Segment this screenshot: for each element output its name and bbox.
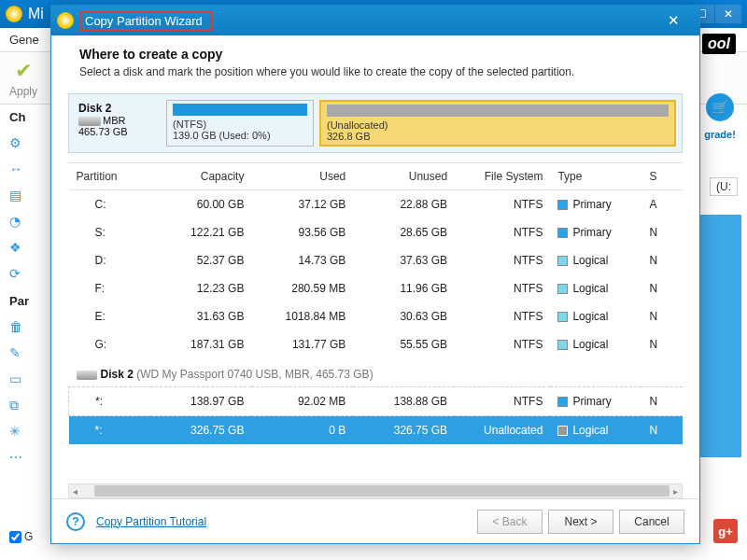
dialog-title: Copy Partition Wizard bbox=[79, 11, 212, 31]
type-swatch bbox=[557, 312, 568, 322]
type-swatch bbox=[557, 200, 568, 210]
disk-block-ntfs[interactable]: (NTFS) 139.0 GB (Used: 0%) bbox=[166, 100, 314, 147]
table-row[interactable]: S:122.21 GB93.56 GB28.65 GBNTFSPrimaryN bbox=[69, 218, 684, 246]
type-swatch bbox=[557, 397, 568, 407]
table-header[interactable]: Partition Capacity Used Unused File Syst… bbox=[69, 163, 684, 190]
main-title: Mi bbox=[28, 6, 44, 22]
horizontal-scrollbar[interactable]: ◂ ▸ bbox=[68, 483, 683, 498]
check-icon: ✔ bbox=[15, 59, 32, 83]
table-row[interactable]: F:12.23 GB280.59 MB11.96 GBNTFSLogicalN bbox=[69, 274, 684, 302]
upgrade-label[interactable]: grade! bbox=[704, 129, 736, 140]
brand-logo: ool bbox=[702, 34, 736, 54]
bg-partition-bar bbox=[700, 215, 741, 457]
move-icon[interactable]: ↔ bbox=[9, 161, 26, 178]
disk-block-unallocated[interactable]: (Unallocated) 326.8 GB bbox=[319, 100, 676, 147]
disk-size: 465.73 GB bbox=[78, 126, 128, 137]
gplus-icon[interactable]: g+ bbox=[713, 519, 738, 543]
disk-info[interactable]: Disk 2 MBR 465.73 GB bbox=[75, 100, 161, 147]
dialog-heading: Where to create a copy bbox=[79, 47, 671, 62]
drive-u-label: (U: bbox=[710, 177, 738, 196]
table-row[interactable]: E:31.63 GB1018.84 MB30.63 GBNTFSLogicalN bbox=[69, 302, 684, 330]
disk-name: Disk 2 bbox=[78, 102, 111, 115]
type-swatch bbox=[557, 228, 568, 238]
table-row[interactable]: C:60.00 GB37.12 GB22.88 GBNTFSPrimaryA bbox=[69, 190, 684, 219]
stack-icon[interactable]: ▤ bbox=[9, 188, 26, 204]
copy-partition-wizard-dialog: Copy Partition Wizard ✕ Where to create … bbox=[50, 5, 700, 544]
pie-icon[interactable]: ◔ bbox=[9, 214, 26, 231]
hdd-icon bbox=[78, 117, 101, 126]
type-swatch bbox=[557, 426, 568, 436]
disk-map: Disk 2 MBR 465.73 GB (NTFS) 139.0 GB (Us… bbox=[68, 93, 683, 153]
menu-general[interactable]: Gene bbox=[9, 33, 39, 47]
table-row[interactable]: G:187.31 GB131.77 GB55.55 GBNTFSLogicalN bbox=[69, 330, 684, 358]
copy-icon[interactable]: ⧉ bbox=[9, 398, 26, 414]
type-swatch bbox=[557, 340, 568, 350]
type-swatch bbox=[557, 284, 568, 294]
dialog-subheading: Select a disk and mark the position wher… bbox=[79, 65, 671, 78]
right-rail: 🛒 grade! bbox=[698, 93, 741, 140]
dialog-close-button[interactable]: ✕ bbox=[653, 10, 694, 31]
dialog-header: Where to create a copy Select a disk and… bbox=[51, 35, 699, 88]
table-row[interactable]: D:52.37 GB14.73 GB37.63 GBNTFSLogicalN bbox=[69, 246, 684, 274]
sliders-icon[interactable]: ⚙ bbox=[9, 135, 26, 152]
hdd-icon bbox=[77, 371, 97, 380]
tag-icon[interactable]: ❖ bbox=[9, 240, 26, 257]
globe-icon[interactable]: ✳ bbox=[9, 424, 26, 441]
dots-icon[interactable]: ⋯ bbox=[9, 450, 26, 467]
help-icon[interactable]: ? bbox=[66, 512, 85, 531]
pencil-icon[interactable]: ✎ bbox=[9, 345, 26, 362]
type-swatch bbox=[557, 256, 568, 266]
refresh-icon[interactable]: ⟳ bbox=[9, 266, 26, 283]
table-row[interactable]: *:326.75 GB0 B326.75 GBUnallocatedLogica… bbox=[69, 416, 684, 445]
app-icon bbox=[6, 6, 22, 22]
unalloc-bar bbox=[327, 105, 669, 117]
apply-button[interactable]: ✔ Apply bbox=[9, 59, 37, 98]
partition-table: Partition Capacity Used Unused File Syst… bbox=[68, 163, 683, 444]
cancel-button[interactable]: Cancel bbox=[619, 510, 684, 534]
scroll-left-icon[interactable]: ◂ bbox=[69, 486, 81, 497]
partition-table-wrap: Partition Capacity Used Unused File Syst… bbox=[68, 162, 683, 498]
back-button[interactable]: < Back bbox=[477, 510, 543, 534]
disk2-header-row[interactable]: Disk 2 (WD My Passport 0740 USB, MBR, 46… bbox=[69, 358, 684, 387]
ntfs-bar bbox=[173, 104, 307, 116]
trash-icon[interactable]: 🗑 bbox=[9, 319, 26, 336]
close-button[interactable]: ✕ bbox=[715, 5, 741, 23]
dialog-footer: ? Copy Partition Tutorial < Back Next > … bbox=[51, 498, 699, 543]
tutorial-link[interactable]: Copy Partition Tutorial bbox=[96, 515, 206, 528]
dialog-titlebar[interactable]: Copy Partition Wizard ✕ bbox=[51, 6, 699, 35]
next-button[interactable]: Next > bbox=[548, 510, 613, 534]
table-row[interactable]: *:138.97 GB92.02 MB138.88 GBNTFSPrimaryN bbox=[69, 387, 684, 416]
cart-icon[interactable]: 🛒 bbox=[706, 93, 734, 121]
scroll-thumb[interactable] bbox=[94, 485, 669, 497]
truck-icon[interactable]: ▭ bbox=[9, 371, 26, 388]
wizard-icon bbox=[57, 12, 74, 29]
scroll-right-icon[interactable]: ▸ bbox=[669, 486, 682, 497]
checkbox-g[interactable]: G bbox=[9, 530, 33, 543]
